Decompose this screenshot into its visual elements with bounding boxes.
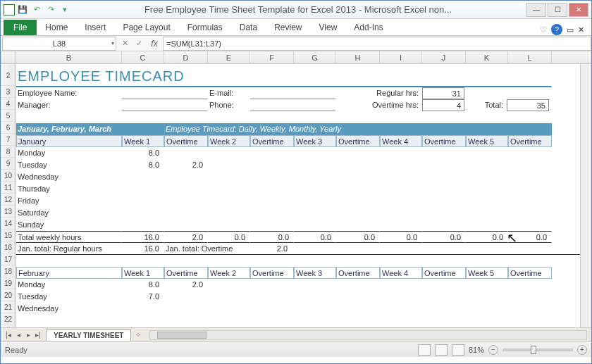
row-header[interactable]: 6 (1, 122, 16, 134)
qat-dropdown-icon[interactable]: ▾ (58, 4, 71, 16)
name-box-dropdown-icon[interactable]: ▾ (111, 40, 114, 46)
col-header[interactable]: B (16, 51, 122, 63)
zoom-in-icon[interactable]: + (577, 345, 587, 355)
row-header[interactable]: 2 (1, 66, 16, 86)
col-header[interactable]: D (164, 51, 208, 63)
week-header: Week 4 (380, 135, 422, 147)
tab-formulas[interactable]: Formulas (179, 20, 231, 35)
row-header[interactable]: 8 (1, 146, 16, 158)
view-page-break-icon[interactable] (452, 344, 464, 356)
file-tab[interactable]: File (4, 20, 37, 35)
sheet-tab-bar: |◂ ◂ ▸ ▸| YEARLY TIMESHEET ✧ (1, 327, 591, 341)
cells-area[interactable]: EMPLOYEE TIMECARD Employee Name: E-mail:… (16, 64, 591, 327)
new-sheet-icon[interactable]: ✧ (131, 331, 145, 339)
enter-formula-icon[interactable]: ✓ (132, 39, 146, 48)
row-header[interactable]: 13 (1, 206, 16, 218)
horizontal-scrollbar[interactable] (149, 330, 587, 340)
save-icon[interactable]: 💾 (16, 4, 29, 16)
regular-hrs-value: 31 (422, 87, 464, 99)
row-header[interactable]: 22 (1, 313, 16, 325)
tab-page-layout[interactable]: Page Layout (114, 20, 178, 35)
week-header: Overtime (250, 267, 294, 279)
row-header[interactable]: 14 (1, 218, 16, 230)
tab-nav-next-icon[interactable]: ▸ (23, 331, 33, 339)
total-cell: 0.0 (250, 231, 294, 243)
row-header[interactable]: 10 (1, 170, 16, 182)
col-header[interactable]: F (250, 51, 294, 63)
row-header[interactable]: 9 (1, 158, 16, 170)
help-icon[interactable]: ? (551, 24, 562, 35)
worksheet-grid[interactable]: B C D E F G H I J K L 2 3 4 5 6 7 8 9 10… (1, 51, 591, 327)
formula-input[interactable]: =SUM(L31:L37) (163, 37, 591, 51)
tab-addins[interactable]: Add-Ins (345, 20, 391, 35)
col-header[interactable]: E (208, 51, 250, 63)
manager-field[interactable] (122, 99, 208, 111)
cell-value[interactable]: 2.0 (164, 279, 208, 291)
row-header[interactable]: 18 (1, 265, 16, 277)
row-header[interactable]: 16 (1, 241, 16, 253)
redo-icon[interactable]: ↷ (44, 4, 57, 16)
col-header[interactable]: K (466, 51, 508, 63)
tab-home[interactable]: Home (37, 20, 76, 35)
tab-nav-prev-icon[interactable]: ◂ (13, 331, 23, 339)
col-header[interactable]: I (380, 51, 422, 63)
vertical-scrollbar[interactable] (580, 64, 591, 327)
cell-value[interactable]: 8.0 (122, 159, 164, 171)
row-header[interactable]: 5 (1, 110, 16, 122)
emp-name-field[interactable] (122, 87, 208, 99)
formula-bar: L38 ▾ ✕ ✓ fx =SUM(L31:L37) (1, 36, 591, 51)
name-box[interactable]: L38 ▾ (2, 37, 116, 51)
tab-nav-first-icon[interactable]: |◂ (4, 331, 13, 339)
view-page-layout-icon[interactable] (435, 344, 448, 356)
zoom-slider[interactable] (502, 349, 573, 351)
row-header[interactable]: 11 (1, 182, 16, 194)
week-header: Week 4 (380, 267, 422, 279)
row-header[interactable]: 21 (1, 301, 16, 313)
day-label: Friday (16, 195, 122, 207)
total-cell: 0.0 (336, 231, 380, 243)
tab-data[interactable]: Data (231, 20, 266, 35)
sheet-tab-active[interactable]: YEARLY TIMESHEET (46, 330, 131, 341)
cancel-formula-icon[interactable]: ✕ (118, 39, 132, 48)
minimize-button[interactable]: — (526, 3, 546, 17)
col-header[interactable]: J (422, 51, 466, 63)
col-header[interactable]: C (122, 51, 164, 63)
total-cell: 2.0 (164, 231, 208, 243)
email-field[interactable] (250, 87, 336, 99)
select-all-corner[interactable] (1, 51, 16, 63)
maximize-button[interactable]: ☐ (548, 3, 567, 17)
tab-nav-last-icon[interactable]: ▸| (33, 331, 43, 339)
row-header[interactable]: 3 (1, 86, 16, 98)
close-button[interactable]: ✕ (569, 3, 588, 17)
col-header[interactable]: L (508, 51, 552, 63)
row-header[interactable]: 20 (1, 289, 16, 301)
fx-icon[interactable]: fx (146, 39, 163, 49)
view-normal-icon[interactable] (418, 344, 431, 356)
hscroll-thumb[interactable] (157, 332, 206, 339)
cell-value[interactable]: 8.0 (122, 279, 164, 291)
day-label: Tuesday (16, 291, 122, 303)
zoom-level[interactable]: 81% (469, 346, 484, 354)
cell-value[interactable]: 2.0 (164, 159, 208, 171)
col-header[interactable]: H (336, 51, 380, 63)
tab-insert[interactable]: Insert (76, 20, 114, 35)
tab-view[interactable]: View (311, 20, 346, 35)
week-header: Week 2 (208, 267, 250, 279)
row-header[interactable]: 7 (1, 134, 16, 146)
row-header[interactable]: 17 (1, 253, 16, 265)
row-header[interactable]: 12 (1, 194, 16, 206)
ribbon-minimize-icon[interactable]: ▭ (567, 25, 574, 34)
phone-field[interactable] (250, 99, 336, 111)
tab-review[interactable]: Review (266, 20, 310, 35)
ribbon-heart-icon[interactable]: ♡ (540, 25, 547, 34)
col-header[interactable]: G (294, 51, 336, 63)
row-header[interactable]: 15 (1, 230, 16, 241)
zoom-thumb[interactable] (531, 346, 536, 354)
cell-value[interactable]: 8.0 (122, 147, 164, 159)
row-header[interactable]: 4 (1, 98, 16, 110)
undo-icon[interactable]: ↶ (30, 4, 43, 16)
workbook-close-icon[interactable]: ✕ (578, 25, 584, 34)
cell-value[interactable]: 7.0 (122, 291, 164, 303)
row-header[interactable]: 19 (1, 277, 16, 289)
zoom-out-icon[interactable]: − (488, 345, 498, 355)
